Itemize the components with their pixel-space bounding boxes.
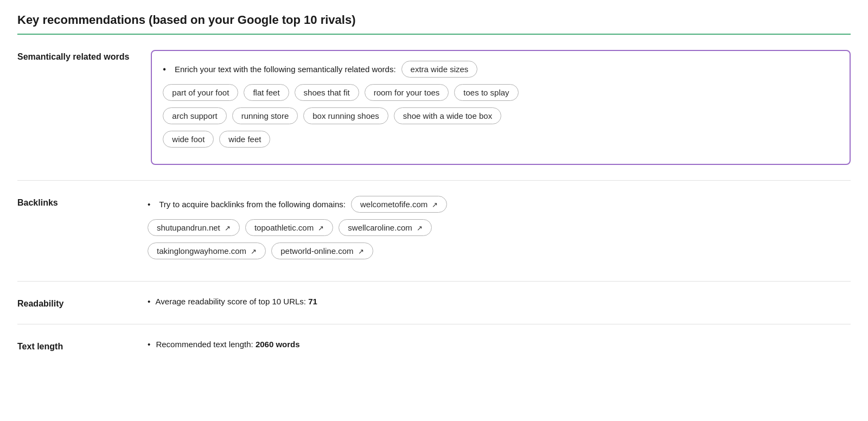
related-words-row1: • Enrich your text with the following se… [163, 61, 839, 78]
readability-label: Readability [17, 297, 126, 309]
backlinks-row2: shutupandrun.net ↗ topoathletic.com ↗ sw… [148, 219, 851, 236]
bullet-dot-4: • [148, 340, 150, 349]
tag-wide-foot[interactable]: wide foot [163, 131, 214, 148]
related-words-box: • Enrich your text with the following se… [151, 50, 851, 165]
page-container: Key recommendations (based on your Googl… [0, 0, 868, 380]
tag-arch-support[interactable]: arch support [163, 107, 226, 124]
tag-takinglongwayhome[interactable]: takinglongwayhome.com ↗ [148, 243, 266, 259]
text-length-text-line: • Recommended text length: 2060 words [148, 340, 851, 349]
semantically-related-label: Semantically related words [17, 50, 129, 62]
readability-text-content: Average readability score of top 10 URLs… [156, 297, 306, 306]
backlinks-label: Backlinks [17, 196, 126, 208]
external-link-icon-topoathletic: ↗ [318, 224, 324, 232]
tag-topoathletic[interactable]: topoathletic.com ↗ [245, 219, 333, 236]
backlinks-content: • Try to acquire backlinks from the foll… [148, 196, 851, 266]
tag-part-of-your-foot[interactable]: part of your foot [163, 84, 238, 101]
external-link-icon-petworld-online: ↗ [358, 247, 364, 256]
related-words-intro: Enrich your text with the following sema… [175, 65, 396, 74]
tag-box-running-shoes[interactable]: box running shoes [303, 107, 388, 124]
external-link-icon-shutupandrun: ↗ [225, 224, 231, 232]
text-length-text-content: Recommended text length: [156, 340, 253, 349]
tag-room-for-your-toes[interactable]: room for your toes [365, 84, 449, 101]
tag-swellcaroline[interactable]: swellcaroline.com ↗ [339, 219, 432, 236]
tag-extra-wide-sizes[interactable]: extra wide sizes [401, 61, 478, 78]
tag-shutupandrun[interactable]: shutupandrun.net ↗ [148, 219, 240, 236]
text-length-content: • Recommended text length: 2060 words [148, 340, 851, 349]
tag-wide-feet[interactable]: wide feet [219, 131, 270, 148]
tag-welcometofife[interactable]: welcometofife.com ↗ [351, 196, 447, 213]
related-words-row3: arch support running store box running s… [163, 107, 839, 124]
related-words-row2: part of your foot flat feet shoes that f… [163, 84, 839, 101]
readability-score: 71 [308, 297, 317, 306]
related-words-row4: wide foot wide feet [163, 131, 839, 148]
tag-flat-feet[interactable]: flat feet [244, 84, 289, 101]
backlinks-row3: takinglongwayhome.com ↗ petworld-online.… [148, 243, 851, 259]
tag-petworld-online[interactable]: petworld-online.com ↗ [271, 243, 373, 259]
tag-toes-to-splay[interactable]: toes to splay [454, 84, 518, 101]
bullet-dot-3: • [148, 297, 150, 306]
semantically-related-content: • Enrich your text with the following se… [151, 50, 851, 165]
external-link-icon-welcometofife: ↗ [432, 201, 438, 209]
text-length-label: Text length [17, 340, 126, 352]
domain-welcometofife: welcometofife.com [360, 200, 427, 209]
semantically-related-section: Semantically related words • Enrich your… [17, 35, 851, 181]
external-link-icon-takinglongwayhome: ↗ [251, 247, 257, 256]
readability-content: • Average readability score of top 10 UR… [148, 297, 851, 306]
text-length-section: Text length • Recommended text length: 2… [17, 324, 851, 367]
backlinks-section: Backlinks • Try to acquire backlinks fro… [17, 181, 851, 282]
readability-text-line: • Average readability score of top 10 UR… [148, 297, 851, 306]
backlinks-row1: • Try to acquire backlinks from the foll… [148, 196, 851, 213]
external-link-icon-swellcaroline: ↗ [417, 224, 423, 232]
bullet-dot-1: • [163, 65, 166, 74]
tag-shoes-that-fit[interactable]: shoes that fit [295, 84, 359, 101]
tag-running-store[interactable]: running store [232, 107, 298, 124]
readability-section: Readability • Average readability score … [17, 282, 851, 324]
tag-shoe-with-wide-toe-box[interactable]: shoe with a wide toe box [394, 107, 501, 124]
page-title: Key recommendations (based on your Googl… [17, 13, 851, 35]
bullet-dot-2: • [148, 200, 150, 209]
backlinks-intro-text: Try to acquire backlinks from the follow… [159, 200, 346, 209]
text-length-value: 2060 words [256, 340, 300, 349]
